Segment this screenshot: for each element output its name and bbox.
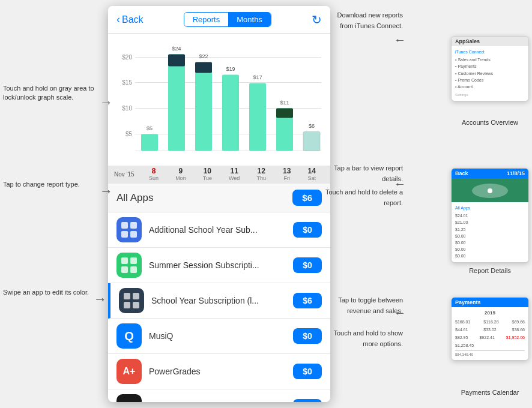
app-name-musiq: MusiQ — [149, 331, 287, 341]
svg-rect-12 — [168, 55, 185, 67]
svg-text:$5: $5 — [125, 131, 133, 137]
svg-text:$17: $17 — [253, 74, 262, 80]
day-14: 14 Sat — [307, 167, 316, 181]
svg-text:$5: $5 — [147, 125, 153, 131]
app-icon-school — [119, 288, 144, 313]
app-list: Additional School Year Sub... $0 Summer … — [108, 212, 330, 402]
date-row: Nov '15 8 Sun 9 Mon 10 Tue 11 Wed 12 Thu — [108, 166, 330, 184]
app-icon-powergrades: A+ — [116, 359, 142, 384]
iphone-screen: ‹ Back Reports Months ↻ $20 $15 $10 $5 $… — [108, 6, 330, 402]
svg-text:$19: $19 — [226, 66, 235, 72]
list-item[interactable]: 🌐 World Web Browser $0 — [108, 389, 330, 402]
svg-text:$24: $24 — [172, 46, 181, 52]
svg-rect-27 — [130, 222, 137, 229]
day-cells: 8 Sun 9 Mon 10 Tue 11 Wed 12 Thu 13 Fri — [141, 167, 324, 181]
all-apps-row: All Apps $6 — [108, 184, 330, 212]
arrow-report-type-icon: → — [100, 184, 113, 199]
list-item[interactable]: Summer Session Subscripti... $0 — [108, 248, 330, 283]
svg-text:$6: $6 — [309, 123, 315, 129]
mini-header-accounts: AppSales — [452, 37, 528, 46]
svg-rect-29 — [130, 231, 137, 238]
mini-body-accounts: iTunes Connect • Sales and Trends • Paym… — [452, 46, 528, 101]
app-price-additional[interactable]: $0 — [293, 222, 322, 238]
payments-calendar-label: Payments Calendar — [451, 389, 529, 396]
list-item[interactable]: School Year Subscription (l... $6 — [108, 283, 330, 319]
app-icon-additional — [116, 217, 142, 242]
day-9: 9 Mon — [175, 167, 186, 181]
svg-text:$15: $15 — [122, 79, 132, 86]
mini-header-payments: Payments — [452, 298, 528, 307]
day-12: 12 Thu — [256, 167, 266, 181]
svg-text:$11: $11 — [280, 100, 289, 106]
mini-header-report: Back11/8/15 — [452, 169, 528, 178]
annotation-lock-scale: Touch and hold on gray area to lock/unlo… — [3, 84, 102, 103]
segmented-control: Reports Months — [184, 12, 271, 27]
list-item[interactable]: Additional School Year Sub... $0 — [108, 212, 330, 248]
all-apps-label: All Apps — [116, 192, 153, 204]
all-apps-price[interactable]: $6 — [292, 190, 322, 206]
annotation-hold-delete: Touch and hold to delete a report. — [325, 186, 403, 208]
svg-rect-36 — [124, 302, 130, 308]
svg-rect-28 — [121, 231, 128, 238]
arrow-download-icon: → — [394, 33, 406, 47]
refresh-button[interactable]: ↻ — [312, 13, 322, 27]
mini-report-details: Back11/8/15 All Apps $24.01 $21.00 $1.25… — [451, 168, 529, 263]
mini-accounts-overview: AppSales iTunes Connect • Sales and Tren… — [451, 36, 529, 101]
screen-header: ‹ Back Reports Months ↻ — [108, 6, 330, 34]
svg-point-39 — [488, 188, 492, 193]
annotation-more-options: Touch and hold to show more options. — [325, 327, 403, 349]
annotation-download: Download new reports from iTunes Connect… — [325, 9, 403, 31]
svg-rect-35 — [133, 293, 139, 299]
app-price-school[interactable]: $6 — [293, 293, 322, 308]
list-item[interactable]: A+ PowerGrades $0 — [108, 354, 330, 389]
back-label: Back — [122, 14, 144, 25]
day-11: 11 Wed — [229, 167, 240, 181]
nov-label: Nov '15 — [114, 171, 137, 178]
svg-rect-19 — [249, 83, 266, 151]
app-name-school: School Year Subscription (l... — [151, 296, 287, 305]
svg-rect-37 — [133, 302, 139, 308]
list-item[interactable]: Q MusiQ $0 — [108, 319, 330, 354]
arrow-toggle-icon: → — [394, 306, 406, 320]
app-price-summer[interactable]: $0 — [293, 257, 322, 273]
reports-tab[interactable]: Reports — [184, 13, 229, 26]
annotation-toggle: Tap to toggle between revenue and sales. — [325, 294, 403, 316]
mini-body-report: All Apps $24.01 $21.00 $1.25 $0.00 $0.00… — [452, 202, 528, 262]
svg-rect-34 — [124, 293, 130, 299]
svg-text:$20: $20 — [122, 54, 132, 61]
app-name-powergrades: PowerGrades — [149, 367, 287, 376]
svg-text:$22: $22 — [199, 53, 208, 59]
app-name-summer: Summer Session Subscripti... — [149, 260, 287, 270]
report-details-label: Report Details — [451, 267, 529, 274]
annotation-report-type: Tap to change report type. → — [3, 180, 102, 189]
day-8: 8 Sun — [149, 167, 159, 181]
back-button[interactable]: ‹ Back — [116, 13, 144, 26]
app-name-additional: Additional School Year Sub... — [149, 225, 287, 235]
annotation-tap-bar: Tap a bar to view report details. — [325, 162, 403, 184]
months-tab[interactable]: Months — [228, 13, 271, 26]
svg-rect-31 — [130, 257, 137, 264]
app-icon-summer — [116, 253, 142, 278]
svg-rect-33 — [130, 266, 137, 273]
svg-rect-32 — [121, 266, 128, 273]
arrow-swipe-icon: → — [94, 292, 107, 307]
arrow-lock-scale-icon: → — [100, 95, 113, 110]
mini-body-payments: 2015 $168.01$116.28$69.66 $44.61$33.02$3… — [452, 307, 528, 360]
svg-rect-30 — [121, 257, 128, 264]
svg-rect-17 — [222, 75, 239, 151]
svg-rect-9 — [141, 134, 158, 151]
svg-rect-26 — [121, 222, 128, 229]
app-price-musiq[interactable]: $0 — [293, 328, 322, 344]
app-price-powergrades[interactable]: $0 — [293, 364, 322, 379]
svg-text:$10: $10 — [122, 105, 132, 112]
app-price-wwb[interactable]: $0 — [293, 399, 322, 402]
back-chevron-icon: ‹ — [116, 13, 120, 26]
svg-rect-24 — [303, 132, 320, 151]
chart-area: $20 $15 $10 $5 $5 $24 $22 $19 — [108, 34, 330, 166]
svg-rect-11 — [168, 55, 185, 151]
app-icon-wwb: 🌐 — [116, 394, 142, 402]
svg-rect-15 — [195, 62, 212, 73]
bar-chart[interactable]: $20 $15 $10 $5 $5 $24 $22 $19 — [114, 40, 324, 163]
accounts-overview-label: Accounts Overview — [451, 119, 529, 126]
day-10: 10 Tue — [203, 167, 212, 181]
